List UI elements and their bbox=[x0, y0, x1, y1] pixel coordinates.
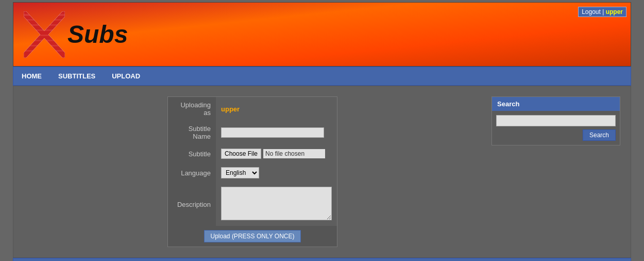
svg-rect-9 bbox=[24, 50, 65, 52]
subtitle-name-input[interactable] bbox=[221, 127, 324, 138]
svg-rect-4 bbox=[24, 24, 65, 26]
logo-text: Subs bbox=[67, 20, 128, 48]
upload-button[interactable]: Upload (PRESS ONLY ONCE) bbox=[204, 230, 301, 242]
nav-bar: HOME SUBTITLES UPLOAD bbox=[13, 67, 631, 86]
subtitle-name-label: Subtitle Name bbox=[168, 121, 216, 144]
search-input[interactable] bbox=[496, 115, 616, 126]
language-row: Language English Spanish French German O… bbox=[168, 163, 337, 183]
svg-rect-6 bbox=[24, 35, 65, 36]
logout-bar: Logout | upper bbox=[578, 7, 626, 17]
nav-upload[interactable]: UPLOAD bbox=[104, 67, 148, 85]
description-textarea[interactable] bbox=[221, 187, 332, 220]
search-content: Search bbox=[492, 111, 620, 145]
subtitle-name-row: Subtitle Name bbox=[168, 121, 337, 144]
logo-area: Subs bbox=[13, 3, 631, 66]
upload-form: Uploading as upper Subtitle Name Subtitl… bbox=[167, 96, 337, 247]
description-row: Description bbox=[168, 183, 337, 226]
subtitle-label: Subtitle bbox=[168, 144, 216, 163]
choose-file-button[interactable]: Choose File bbox=[221, 149, 261, 159]
file-input-wrapper: Choose File No file chosen bbox=[221, 149, 332, 159]
uploading-as-row: Uploading as upper bbox=[168, 97, 337, 121]
search-box: Search Search bbox=[492, 96, 620, 145]
subtitle-row: Subtitle Choose File No file chosen bbox=[168, 144, 337, 163]
nav-subtitles[interactable]: SUBTITLES bbox=[50, 67, 104, 85]
no-file-chosen: No file chosen bbox=[263, 149, 325, 158]
logout-link[interactable]: Logout bbox=[582, 8, 601, 15]
search-button-row: Search bbox=[496, 129, 616, 141]
uploading-as-label: Uploading as bbox=[168, 97, 216, 121]
nav-home[interactable]: HOME bbox=[13, 67, 50, 85]
user-link[interactable]: upper bbox=[606, 8, 623, 15]
separator: | bbox=[602, 8, 604, 15]
search-title: Search bbox=[492, 97, 620, 111]
language-label: Language bbox=[168, 163, 216, 183]
language-select[interactable]: English Spanish French German Other bbox=[221, 167, 259, 178]
svg-rect-3 bbox=[24, 19, 65, 21]
description-label: Description bbox=[168, 183, 216, 226]
main-content: Uploading as upper Subtitle Name Subtitl… bbox=[13, 86, 631, 258]
logo-x-icon bbox=[24, 11, 65, 58]
right-area: Search Search bbox=[492, 96, 620, 247]
svg-rect-7 bbox=[24, 40, 65, 41]
header: Logout | upper bbox=[13, 2, 631, 67]
left-area: Uploading as upper Subtitle Name Subtitl… bbox=[24, 96, 481, 247]
upload-button-row: Upload (PRESS ONLY ONCE) bbox=[168, 226, 337, 247]
footer: XSubs v0.1 by hon - Style by hon - Scrip… bbox=[13, 258, 631, 261]
search-button[interactable]: Search bbox=[583, 129, 616, 141]
uploading-as-value: upper bbox=[221, 105, 240, 113]
